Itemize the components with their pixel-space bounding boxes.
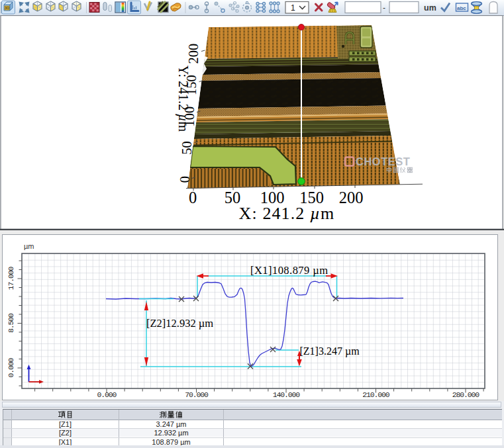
svg-text:0.000: 0.000 [7, 357, 15, 377]
svg-text:abc: abc [457, 5, 466, 11]
svg-text:50: 50 [179, 141, 194, 155]
svg-text:-: - [383, 3, 385, 13]
svg-text:140.000: 140.000 [273, 390, 301, 399]
svg-text:µm: µm [24, 242, 34, 250]
svg-text:1: 1 [291, 3, 295, 13]
svg-text:8.500: 8.500 [7, 313, 15, 333]
svg-text:50: 50 [225, 189, 241, 206]
svg-text:0: 0 [177, 176, 192, 183]
svg-text:210.000: 210.000 [362, 390, 390, 399]
svg-text:280.000: 280.000 [452, 390, 480, 399]
svg-text:[X1]108.879 µm: [X1]108.879 µm [250, 264, 328, 277]
svg-text:70.000: 70.000 [185, 390, 209, 399]
svg-text:[Z1]3.247 µm: [Z1]3.247 µm [300, 345, 360, 357]
svg-text:[Z2]12.932 µm: [Z2]12.932 µm [146, 317, 213, 330]
svg-text:200: 200 [339, 189, 364, 206]
svg-text:X: 241.2 µm: X: 241.2 µm [239, 204, 335, 223]
svg-text:0.000: 0.000 [97, 390, 117, 399]
svg-text:0: 0 [189, 189, 197, 206]
svg-text:Y: 241.2 µm: Y: 241.2 µm [176, 66, 191, 132]
svg-text:200: 200 [186, 44, 201, 64]
svg-text:um: um [424, 3, 436, 13]
svg-text:CHOTEST: CHOTEST [356, 156, 410, 167]
svg-text:17.000: 17.000 [7, 267, 15, 291]
svg-text:3D: 3D [5, 6, 9, 10]
